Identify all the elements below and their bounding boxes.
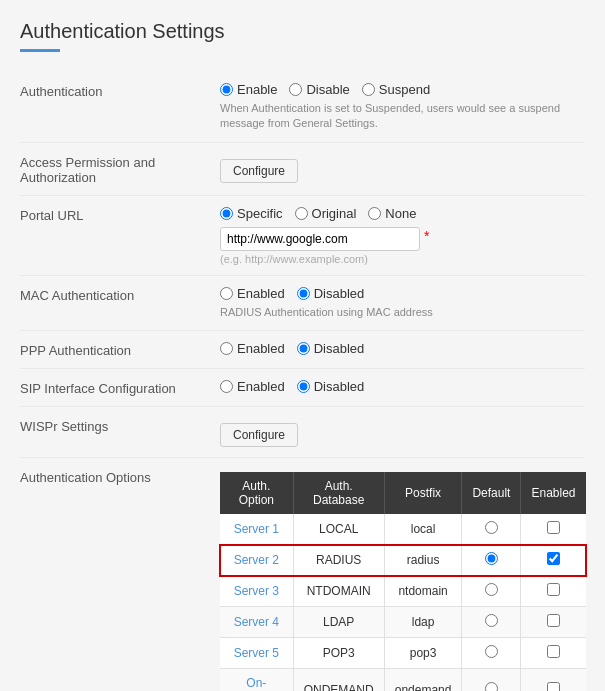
server-enabled-checkbox[interactable] xyxy=(547,521,560,534)
portal-specific-radio[interactable] xyxy=(220,207,233,220)
authentication-control: Enable Disable Suspend When Authenticati… xyxy=(220,82,585,132)
server-enabled-cell xyxy=(521,545,586,576)
sip-config-label: SIP Interface Configuration xyxy=(20,379,220,396)
server-enabled-checkbox[interactable] xyxy=(547,552,560,565)
server-default-cell xyxy=(462,576,521,607)
page-title: Authentication Settings xyxy=(20,20,585,43)
auth-disable-radio[interactable] xyxy=(289,83,302,96)
sip-disabled-option[interactable]: Disabled xyxy=(297,379,365,394)
server-database: LDAP xyxy=(293,607,384,638)
server-name-link[interactable]: Server 5 xyxy=(220,638,293,669)
server-enabled-cell xyxy=(521,638,586,669)
wispr-control: Configure xyxy=(220,417,585,447)
server-postfix: pop3 xyxy=(384,638,462,669)
server-default-radio[interactable] xyxy=(485,552,498,565)
server-default-cell xyxy=(462,514,521,545)
ppp-enabled-radio[interactable] xyxy=(220,342,233,355)
portal-original-option[interactable]: Original xyxy=(295,206,357,221)
server-enabled-checkbox[interactable] xyxy=(547,583,560,596)
access-permission-row: Access Permission and Authorization Conf… xyxy=(20,143,585,196)
server-enabled-cell xyxy=(521,514,586,545)
server-default-radio[interactable] xyxy=(485,614,498,627)
auth-table-header: Auth. Option Auth. Database Postfix Defa… xyxy=(220,472,586,514)
portal-url-radio-group: Specific Original None xyxy=(220,206,585,221)
authentication-label: Authentication xyxy=(20,82,220,99)
auth-suspend-option[interactable]: Suspend xyxy=(362,82,430,97)
mac-auth-radio-group: Enabled Disabled xyxy=(220,286,585,301)
server-enabled-checkbox[interactable] xyxy=(547,614,560,627)
portal-url-label: Portal URL xyxy=(20,206,220,223)
table-row: Server 2RADIUSradius xyxy=(220,545,586,576)
server-name-link[interactable]: Server 1 xyxy=(220,514,293,545)
server-postfix: ntdomain xyxy=(384,576,462,607)
access-permission-configure-button[interactable]: Configure xyxy=(220,159,298,183)
server-default-radio[interactable] xyxy=(485,645,498,658)
access-permission-label: Access Permission and Authorization xyxy=(20,153,220,185)
settings-table: Authentication Enable Disable Suspend Wh… xyxy=(20,72,585,691)
mac-auth-label: MAC Authentication xyxy=(20,286,220,303)
server-default-radio[interactable] xyxy=(485,583,498,596)
server-postfix: local xyxy=(384,514,462,545)
table-row: Server 5POP3pop3 xyxy=(220,638,586,669)
auth-disable-option[interactable]: Disable xyxy=(289,82,349,97)
auth-enable-radio[interactable] xyxy=(220,83,233,96)
server-postfix: radius xyxy=(384,545,462,576)
server-database: NTDOMAIN xyxy=(293,576,384,607)
server-enabled-cell xyxy=(521,576,586,607)
auth-suspend-radio[interactable] xyxy=(362,83,375,96)
mac-disabled-radio[interactable] xyxy=(297,287,310,300)
portal-original-radio[interactable] xyxy=(295,207,308,220)
authentication-row: Authentication Enable Disable Suspend Wh… xyxy=(20,72,585,143)
auth-options-control: Auth. Option Auth. Database Postfix Defa… xyxy=(220,468,586,691)
mac-enabled-option[interactable]: Enabled xyxy=(220,286,285,301)
portal-url-control: Specific Original None * (e.g. http://ww… xyxy=(220,206,585,265)
ppp-auth-radio-group: Enabled Disabled xyxy=(220,341,585,356)
mac-auth-row: MAC Authentication Enabled Disabled RADI… xyxy=(20,276,585,331)
col-default: Default xyxy=(462,472,521,514)
ppp-disabled-option[interactable]: Disabled xyxy=(297,341,365,356)
server-default-radio[interactable] xyxy=(485,521,498,534)
url-hint: (e.g. http://www.example.com) xyxy=(220,253,585,265)
server-name-link[interactable]: On-Demand xyxy=(220,669,293,691)
server-enabled-cell xyxy=(521,607,586,638)
server-name-link[interactable]: Server 4 xyxy=(220,607,293,638)
wispr-configure-button[interactable]: Configure xyxy=(220,423,298,447)
auth-options-label: Authentication Options xyxy=(20,468,220,485)
server-name-link[interactable]: Server 2 xyxy=(220,545,293,576)
wispr-row: WISPr Settings Configure xyxy=(20,407,585,458)
portal-specific-option[interactable]: Specific xyxy=(220,206,283,221)
auth-enable-option[interactable]: Enable xyxy=(220,82,277,97)
portal-none-option[interactable]: None xyxy=(368,206,416,221)
server-database: ONDEMAND xyxy=(293,669,384,691)
server-default-radio[interactable] xyxy=(485,682,498,691)
mac-disabled-option[interactable]: Disabled xyxy=(297,286,365,301)
server-database: LOCAL xyxy=(293,514,384,545)
url-input-row: * xyxy=(220,221,585,251)
portal-url-input[interactable] xyxy=(220,227,420,251)
mac-enabled-radio[interactable] xyxy=(220,287,233,300)
server-default-cell xyxy=(462,545,521,576)
sip-enabled-option[interactable]: Enabled xyxy=(220,379,285,394)
access-permission-control: Configure xyxy=(220,153,585,183)
col-auth-database: Auth. Database xyxy=(293,472,384,514)
auth-options-row: Authentication Options Auth. Option Auth… xyxy=(20,458,585,691)
ppp-enabled-option[interactable]: Enabled xyxy=(220,341,285,356)
ppp-auth-label: PPP Authentication xyxy=(20,341,220,358)
ppp-auth-control: Enabled Disabled xyxy=(220,341,585,356)
sip-enabled-radio[interactable] xyxy=(220,380,233,393)
ppp-disabled-radio[interactable] xyxy=(297,342,310,355)
sip-config-control: Enabled Disabled xyxy=(220,379,585,394)
ppp-auth-row: PPP Authentication Enabled Disabled xyxy=(20,331,585,369)
table-row: Server 4LDAPldap xyxy=(220,607,586,638)
col-postfix: Postfix xyxy=(384,472,462,514)
wispr-label: WISPr Settings xyxy=(20,417,220,434)
portal-url-row: Portal URL Specific Original None * (e.g… xyxy=(20,196,585,276)
server-name-link[interactable]: Server 3 xyxy=(220,576,293,607)
sip-disabled-radio[interactable] xyxy=(297,380,310,393)
col-enabled: Enabled xyxy=(521,472,586,514)
server-enabled-checkbox[interactable] xyxy=(547,645,560,658)
table-row: Server 3NTDOMAINntdomain xyxy=(220,576,586,607)
portal-none-radio[interactable] xyxy=(368,207,381,220)
server-default-cell xyxy=(462,607,521,638)
server-enabled-checkbox[interactable] xyxy=(547,682,560,691)
